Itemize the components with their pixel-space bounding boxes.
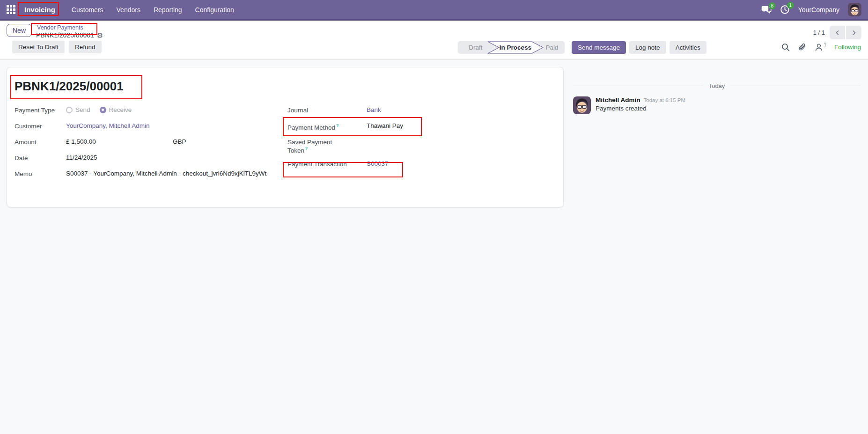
chatter-actions: Send message Log note Activities: [572, 41, 706, 54]
followers-button[interactable]: 1: [815, 43, 826, 51]
memo-label: Memo: [15, 170, 66, 177]
saved-token-label: Saved Payment Token?: [287, 138, 340, 154]
log-note-button[interactable]: Log note: [629, 41, 666, 54]
pager-next-button[interactable]: [846, 26, 861, 39]
message-author-avatar[interactable]: [573, 96, 591, 114]
menu-vendors[interactable]: Vendors: [111, 4, 146, 16]
statusbar-steps: Draft In Process Paid: [458, 41, 565, 54]
send-message-button[interactable]: Send message: [572, 41, 626, 54]
field-payment-type: Payment Type Send Receive: [15, 106, 287, 116]
radio-receive-label[interactable]: Receive: [109, 106, 132, 113]
message-content: Mitchell Admin Today at 6:15 PM Payments…: [596, 96, 685, 114]
author-avatar-image: [573, 96, 591, 114]
right-field-column: Journal Bank Payment Method? Thawani Pay…: [287, 106, 556, 186]
customer-link[interactable]: YourCompany, Mitchell Admin: [66, 122, 150, 129]
user-avatar[interactable]: [848, 3, 861, 16]
refund-button[interactable]: Refund: [69, 41, 102, 53]
navbar-right: 8 1 YourCompany: [761, 3, 861, 16]
amount-value[interactable]: £ 1,500.00: [66, 138, 173, 145]
chevron-right-icon: [851, 30, 857, 36]
statusbar[interactable]: Draft In Process Paid: [458, 41, 565, 54]
date-divider: Today: [573, 82, 861, 89]
content-area: PBNK1/2025/00001 Payment Type Send Recei…: [0, 60, 868, 434]
breadcrumb-vendor-payments[interactable]: Vendor Payments: [36, 24, 84, 31]
field-saved-payment-token: Saved Payment Token?: [287, 138, 556, 154]
field-customer: Customer YourCompany, Mitchell Admin: [15, 122, 287, 132]
field-journal: Journal Bank: [287, 106, 556, 116]
pager: 1 / 1: [813, 24, 861, 39]
journal-label: Journal: [287, 106, 367, 114]
payment-method-label: Payment Method?: [287, 122, 367, 131]
menu-reporting[interactable]: Reporting: [148, 4, 188, 16]
radio-receive[interactable]: [100, 107, 106, 113]
app-name-invoicing[interactable]: Invoicing: [20, 4, 59, 15]
page: Invoicing Customers Vendors Reporting Co…: [0, 0, 868, 434]
field-payment-method: Payment Method? Thawani Pay: [287, 122, 556, 132]
pager-previous-button[interactable]: [830, 26, 845, 39]
currency-value[interactable]: GBP: [173, 138, 186, 145]
chevron-left-icon: [835, 30, 840, 36]
message-body: Payments created: [596, 105, 685, 112]
date-value[interactable]: 11/24/2025: [66, 154, 97, 161]
chatter-panel: Today Mitc: [564, 60, 868, 434]
control-panel: New Vendor Payments PBNK1/2025/00001 ⚙ 1…: [0, 21, 868, 60]
attachments-icon[interactable]: [798, 43, 807, 51]
form-sheet: PBNK1/2025/00001 Payment Type Send Recei…: [7, 67, 564, 207]
customer-label: Customer: [15, 122, 66, 130]
status-in-process[interactable]: In Process: [500, 44, 531, 51]
top-navbar: Invoicing Customers Vendors Reporting Co…: [0, 0, 868, 21]
left-field-column: Payment Type Send Receive Customer YourC…: [15, 106, 287, 186]
form-area: PBNK1/2025/00001 Payment Type Send Recei…: [0, 60, 564, 434]
followers-count: 1: [824, 42, 826, 47]
field-memo: Memo S00037 - YourCompany, Mitchell Admi…: [15, 170, 287, 180]
field-grid: Payment Type Send Receive Customer YourC…: [15, 106, 556, 186]
user-avatar-image: [848, 3, 861, 16]
breadcrumb-current-record: PBNK1/2025/00001: [36, 31, 94, 39]
message-timestamp: Today at 6:15 PM: [644, 97, 686, 103]
messages-icon[interactable]: 8: [761, 5, 772, 15]
messages-badge: 8: [769, 2, 776, 9]
journal-link[interactable]: Bank: [367, 106, 381, 113]
action-row: Reset To Draft Refund Draft In Process P…: [7, 41, 861, 57]
date-divider-label: Today: [709, 82, 725, 89]
payment-transaction-link[interactable]: S00037: [367, 160, 389, 167]
field-date: Date 11/24/2025: [15, 154, 287, 164]
amount-label: Amount: [15, 138, 66, 146]
memo-value[interactable]: S00037 - YourCompany, Mitchell Admin - c…: [66, 170, 284, 177]
activities-icon[interactable]: 1: [780, 5, 790, 15]
apps-grid-icon[interactable]: [7, 5, 15, 14]
help-icon: ?: [336, 123, 338, 128]
status-paid[interactable]: Paid: [545, 44, 558, 51]
breadcrumb-row: New Vendor Payments PBNK1/2025/00001 ⚙ 1…: [7, 24, 861, 39]
activities-badge: 1: [787, 2, 794, 9]
breadcrumb: Vendor Payments PBNK1/2025/00001 ⚙: [36, 24, 103, 39]
menu-customers[interactable]: Customers: [66, 4, 109, 16]
following-button[interactable]: Following: [834, 44, 861, 51]
main-menu: Customers Vendors Reporting Configuratio…: [66, 4, 240, 16]
company-name[interactable]: YourCompany: [798, 6, 839, 14]
chatter-icons: 1 Following: [781, 43, 861, 51]
radio-send-label[interactable]: Send: [75, 106, 90, 113]
search-icon: [781, 43, 790, 51]
new-button[interactable]: New: [7, 24, 32, 37]
person-icon: [815, 43, 823, 51]
chatter-message: Mitchell Admin Today at 6:15 PM Payments…: [573, 96, 861, 114]
activities-button[interactable]: Activities: [669, 41, 706, 54]
payment-type-options: Send Receive: [66, 106, 137, 113]
record-title[interactable]: PBNK1/2025/00001: [15, 79, 124, 94]
menu-configuration[interactable]: Configuration: [190, 4, 240, 16]
message-author[interactable]: Mitchell Admin: [596, 96, 640, 103]
payment-transaction-label: Payment Transaction: [287, 160, 367, 168]
paperclip-icon: [798, 43, 807, 51]
gear-icon[interactable]: ⚙: [97, 32, 103, 39]
help-icon: ?: [305, 146, 308, 151]
search-messages-icon[interactable]: [781, 43, 790, 51]
status-draft[interactable]: Draft: [469, 44, 483, 51]
field-amount: Amount £ 1,500.00 GBP: [15, 138, 287, 148]
payment-type-label: Payment Type: [15, 106, 66, 114]
field-payment-transaction: Payment Transaction S00037: [287, 160, 556, 170]
radio-send[interactable]: [66, 107, 73, 113]
reset-to-draft-button[interactable]: Reset To Draft: [12, 41, 65, 53]
date-label: Date: [15, 154, 66, 162]
payment-method-value[interactable]: Thawani Pay: [367, 122, 403, 129]
